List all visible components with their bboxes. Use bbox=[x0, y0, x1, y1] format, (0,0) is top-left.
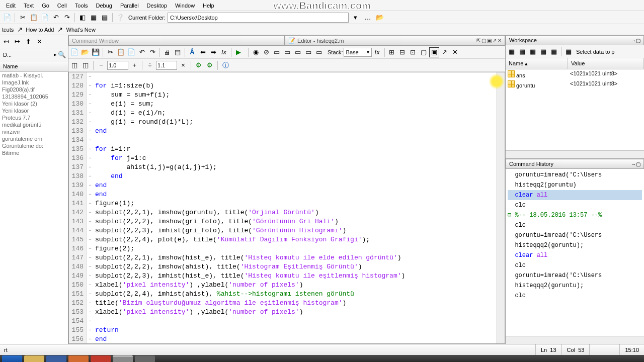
menu-help[interactable]: Help bbox=[199, 1, 218, 10]
info-icon[interactable]: ⓘ bbox=[220, 60, 230, 70]
folder-dropdown-icon[interactable]: ▾ bbox=[351, 13, 361, 23]
how-to-add-link[interactable]: How to Add bbox=[26, 27, 54, 33]
menu-desktop[interactable]: Desktop bbox=[143, 1, 171, 10]
print-icon[interactable]: 🖨 bbox=[162, 47, 172, 57]
up-folder-icon[interactable]: 📂 bbox=[375, 13, 385, 23]
whats-new-icon[interactable]: ↗ bbox=[55, 25, 65, 35]
file-item[interactable]: Yeni klasör (2) bbox=[0, 100, 68, 107]
menu-edit[interactable]: Edit bbox=[2, 1, 20, 10]
menu-tools[interactable]: Tools bbox=[71, 1, 92, 10]
find-icon[interactable]: ▤ bbox=[173, 47, 183, 57]
step-out-icon[interactable]: ▭ bbox=[293, 47, 303, 57]
command-window-tab[interactable]: Command Window bbox=[68, 35, 285, 46]
history-item[interactable]: clc bbox=[508, 220, 642, 230]
multiply-icon[interactable]: × bbox=[178, 60, 188, 70]
taskbar-item[interactable] bbox=[68, 355, 89, 362]
redo-icon[interactable]: ↷ bbox=[147, 47, 157, 57]
history-item[interactable]: clear all bbox=[508, 250, 642, 260]
ws-open-icon[interactable]: ▦ bbox=[517, 47, 527, 57]
max-icon[interactable]: ▣ bbox=[487, 38, 492, 43]
open-file-icon[interactable]: 📂 bbox=[80, 47, 90, 57]
taskbar-item[interactable] bbox=[135, 355, 155, 362]
code-lines[interactable]: for i=1:size(b) sum = sum+f(i); e(i) = s… bbox=[93, 72, 497, 343]
addr-fragment[interactable]: D... bbox=[1, 52, 54, 58]
command-history-list[interactable]: goruntu=imread('C:\Users histeqq2(gorunt… bbox=[506, 169, 644, 336]
min-icon[interactable]: ▢ bbox=[481, 38, 486, 43]
taskbar-item[interactable] bbox=[2, 355, 22, 362]
ws-save-icon[interactable]: ▦ bbox=[538, 47, 548, 57]
workspace-table[interactable]: Name ▴ Value ans<1021x1021 uint8>goruntu… bbox=[506, 58, 644, 159]
vertical-scrollbar[interactable] bbox=[497, 72, 505, 343]
file-item[interactable]: matlab - Kısayol. bbox=[0, 72, 68, 79]
taskbar-item[interactable] bbox=[46, 355, 66, 362]
run-icon[interactable]: ▶ bbox=[233, 47, 244, 57]
dock-icon[interactable]: ⇱ bbox=[476, 38, 480, 43]
close-pane-icon[interactable]: ✕ bbox=[34, 37, 44, 47]
taskbar-item[interactable] bbox=[113, 355, 133, 362]
taskbar-item[interactable] bbox=[24, 355, 44, 362]
code-editor[interactable]: 1271281291301311321331341351361371381391… bbox=[68, 72, 505, 344]
fold-column[interactable]: −−−−−−−−−−−−−−−−−−−−−−−−−−−−−− bbox=[87, 72, 93, 343]
file-item[interactable]: ImageJ.lnk bbox=[0, 79, 68, 86]
whats-new-link[interactable]: What's New bbox=[66, 27, 96, 33]
ws-del-icon[interactable]: ▦ bbox=[549, 47, 559, 57]
file-item[interactable]: ıvırzıvır bbox=[0, 128, 68, 135]
save-icon[interactable]: 💾 bbox=[91, 47, 101, 57]
step-in-icon[interactable]: ▭ bbox=[282, 47, 292, 57]
ws-row[interactable]: goruntu<1021x1021 uint8> bbox=[506, 79, 644, 89]
paste-icon[interactable]: 📄 bbox=[40, 13, 50, 23]
history-item[interactable]: clc bbox=[508, 260, 642, 270]
stack-combo[interactable]: Base ▾ bbox=[344, 48, 372, 57]
cell-insert2-icon[interactable]: ◫ bbox=[80, 60, 91, 70]
history-item[interactable]: goruntu=imread('C:\Users bbox=[508, 270, 642, 281]
cut-icon[interactable]: ✂ bbox=[18, 13, 28, 23]
nav-back-icon[interactable]: ↤ bbox=[1, 37, 11, 47]
plus-icon[interactable]: + bbox=[129, 60, 139, 70]
file-item[interactable]: 13138894_102065 bbox=[0, 93, 68, 100]
history-item[interactable]: goruntu=imread('C:\Users bbox=[508, 170, 642, 180]
ws-arrow-icon[interactable]: →▢ bbox=[631, 38, 640, 43]
ch-hscroll[interactable] bbox=[506, 336, 644, 344]
help-icon[interactable]: ❔ bbox=[115, 13, 125, 23]
nav-fwd-icon[interactable]: ↦ bbox=[12, 37, 22, 47]
ws-new-icon[interactable]: ▦ bbox=[507, 47, 517, 57]
undo-icon[interactable]: ↶ bbox=[137, 47, 147, 57]
zoom-input-1[interactable] bbox=[107, 61, 128, 70]
copy-icon[interactable]: 📋 bbox=[116, 47, 126, 57]
taskbar[interactable] bbox=[0, 355, 644, 362]
workspace-header[interactable]: Workspace →▢ bbox=[506, 35, 644, 45]
divide-icon[interactable]: ÷ bbox=[145, 60, 155, 70]
breakpoint-icon[interactable]: ◉ bbox=[251, 47, 261, 57]
simulink-icon[interactable]: ◧ bbox=[77, 13, 88, 23]
ws-import-icon[interactable]: ▦ bbox=[528, 47, 538, 57]
find-text-icon[interactable]: Å bbox=[187, 47, 197, 57]
search-icon[interactable]: 🔍 bbox=[57, 50, 67, 60]
tile5-icon[interactable]: ▣ bbox=[429, 47, 439, 57]
ws-row[interactable]: ans<1021x1021 uint8> bbox=[506, 69, 644, 79]
copy-icon[interactable]: 📋 bbox=[29, 13, 39, 23]
exit-debug-icon[interactable]: ▭ bbox=[314, 47, 324, 57]
command-history-header[interactable]: Command History →▢ bbox=[506, 159, 644, 169]
ws-plot-icon[interactable]: ▦ bbox=[564, 47, 574, 57]
ch-arrow-icon[interactable]: →▢ bbox=[631, 161, 640, 167]
clear-bp-icon[interactable]: ⊘ bbox=[261, 47, 271, 57]
undock-icon[interactable]: ↗ bbox=[440, 47, 450, 57]
guide-icon[interactable]: ▦ bbox=[89, 13, 99, 23]
menu-debug[interactable]: Debug bbox=[92, 1, 116, 10]
file-item[interactable]: medikal görüntü bbox=[0, 121, 68, 128]
undo-icon[interactable]: ↶ bbox=[51, 13, 61, 23]
history-item[interactable]: ⊟ %-- 18.05.2016 13:57 --% bbox=[508, 210, 642, 220]
file-item[interactable]: Yeni klasör bbox=[0, 107, 68, 114]
ws-name-col[interactable]: Name ▴ bbox=[506, 58, 568, 69]
history-item[interactable]: histeqq2(goruntu) bbox=[508, 180, 642, 190]
continue-icon[interactable]: ▭ bbox=[303, 47, 313, 57]
history-item[interactable]: clc bbox=[508, 291, 642, 301]
tile3-icon[interactable]: ⊡ bbox=[408, 47, 418, 57]
new-icon[interactable]: 📄 bbox=[2, 13, 12, 23]
nav-up-icon[interactable]: ⬆ bbox=[23, 37, 33, 47]
menu-cell[interactable]: Cell bbox=[53, 1, 71, 10]
tile2-icon[interactable]: ⊟ bbox=[397, 47, 408, 57]
fx-icon[interactable]: fx bbox=[219, 47, 229, 57]
close-icon[interactable]: ✕ bbox=[498, 38, 502, 43]
ws-value-col[interactable]: Value bbox=[568, 58, 644, 69]
